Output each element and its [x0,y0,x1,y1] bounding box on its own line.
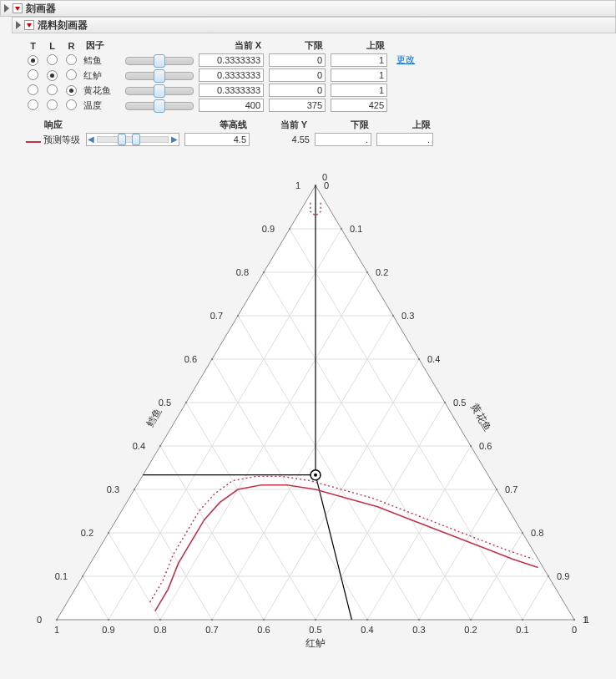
factor-hi-input[interactable]: 1 [331,84,387,97]
svg-point-47 [134,489,135,490]
col-t: T [23,38,43,53]
svg-text:0.4: 0.4 [361,625,373,635]
svg-point-75 [418,619,420,621]
radio-r[interactable] [66,99,77,110]
resp-hi-input[interactable]: . [376,133,433,146]
svg-text:0.6: 0.6 [184,354,197,364]
factor-name: 黄花鱼 [83,84,120,97]
factor-lo-input[interactable]: 0 [269,84,326,97]
svg-point-59 [185,402,187,403]
svg-text:0.3: 0.3 [107,484,119,494]
svg-text:0.7: 0.7 [505,484,518,494]
svg-point-85 [548,575,549,577]
factor-name: 鳕鱼 [83,54,120,67]
svg-point-33 [56,619,58,621]
panel-content: T L R 因子 当前 X 下限 上限 鳕鱼0.333333301更改红鲈0.3… [0,33,616,664]
svg-text:0.8: 0.8 [236,267,249,277]
radio-t[interactable] [28,55,38,66]
svg-text:0.4: 0.4 [427,354,440,364]
radio-t[interactable] [28,84,38,95]
factor-hi-input[interactable]: 1 [331,53,387,67]
svg-text:0.2: 0.2 [464,625,477,635]
svg-point-53 [159,445,161,447]
resp-lo-input[interactable]: . [315,133,371,146]
svg-point-69 [366,619,368,621]
menu-icon[interactable] [13,3,23,13]
svg-text:0.1: 0.1 [516,625,528,635]
col-response: 响应 [23,118,83,132]
svg-text:0.6: 0.6 [479,441,492,451]
svg-text:0.4: 0.4 [133,441,145,451]
factor-x-input[interactable]: 400 [199,99,264,112]
svg-text:0.1: 0.1 [350,224,362,234]
svg-text:0.2: 0.2 [376,267,388,277]
current-y-value: 4.55 [252,132,312,147]
factor-lo-input[interactable]: 0 [269,68,326,82]
factor-row: 温度400375425 [23,98,417,113]
svg-text:1: 1 [584,615,589,625]
svg-point-55 [418,358,420,360]
svg-text:0.7: 0.7 [210,311,223,321]
radio-l[interactable] [47,70,58,81]
factor-lo-input[interactable]: 375 [269,99,326,112]
svg-text:0: 0 [322,172,327,182]
svg-text:0.5: 0.5 [159,398,171,408]
svg-text:鳕鱼: 鳕鱼 [144,406,164,429]
contour-slider[interactable]: ◀ ▶ [86,133,179,146]
radio-r[interactable] [66,85,77,96]
svg-text:0.8: 0.8 [531,528,543,538]
svg-text:0.7: 0.7 [205,625,218,635]
svg-point-65 [211,358,213,360]
radio-l[interactable] [47,84,58,95]
arrow-left-icon[interactable]: ◀ [87,134,95,145]
disclosure-icon[interactable] [16,21,21,29]
change-link[interactable]: 更改 [396,54,415,64]
factor-table: T L R 因子 当前 X 下限 上限 鳕鱼0.333333301更改红鲈0.3… [23,38,417,113]
svg-text:1: 1 [54,625,59,635]
factor-hi-input[interactable]: 1 [331,68,387,82]
radio-r[interactable] [66,69,77,80]
col-hi: 上限 [328,38,390,53]
col-hi2: 上限 [374,118,436,132]
radio-t[interactable] [28,69,38,80]
radio-t[interactable] [28,99,38,110]
factor-slider[interactable] [125,57,194,65]
factor-slider[interactable] [125,87,194,95]
svg-point-61 [444,402,446,403]
ternary-plot[interactable]: 0010.10.10.90.20.20.80.30.30.70.40.40.60… [23,152,608,656]
svg-point-83 [289,228,290,230]
col-r: R [62,38,81,53]
svg-point-57 [263,619,265,621]
svg-text:0: 0 [37,615,42,625]
svg-point-35 [82,575,83,577]
disclosure-icon[interactable] [4,4,9,13]
radio-r[interactable] [66,54,77,65]
factor-x-input[interactable]: 0.3333333 [199,68,264,82]
panel-header-sub[interactable]: 混料刻画器 [12,17,616,33]
arrow-right-icon[interactable]: ▶ [170,134,179,145]
factor-x-input[interactable]: 0.3333333 [199,53,264,67]
svg-point-71 [237,315,239,317]
svg-text:0.9: 0.9 [262,224,275,234]
svg-text:0.9: 0.9 [557,571,569,581]
svg-point-39 [108,619,109,621]
panel-header-main[interactable]: 刻画器 [0,0,616,17]
svg-text:0.8: 0.8 [154,625,166,635]
radio-l[interactable] [47,54,58,65]
col-lo: 下限 [266,38,328,53]
factor-slider[interactable] [125,102,194,110]
factor-lo-input[interactable]: 0 [269,53,326,67]
svg-point-87 [522,619,523,621]
svg-point-43 [366,271,368,273]
svg-text:0.3: 0.3 [412,625,425,635]
radio-l[interactable] [47,99,58,110]
factor-slider[interactable] [125,72,194,80]
contour-value[interactable]: 4.5 [184,133,250,146]
col-contour: 等高线 [182,118,252,132]
factor-hi-input[interactable]: 425 [331,99,387,112]
svg-point-41 [108,532,109,534]
factor-x-input[interactable]: 0.3333333 [199,84,264,97]
menu-icon[interactable] [24,20,34,30]
svg-point-81 [470,619,472,621]
svg-point-51 [211,619,213,621]
